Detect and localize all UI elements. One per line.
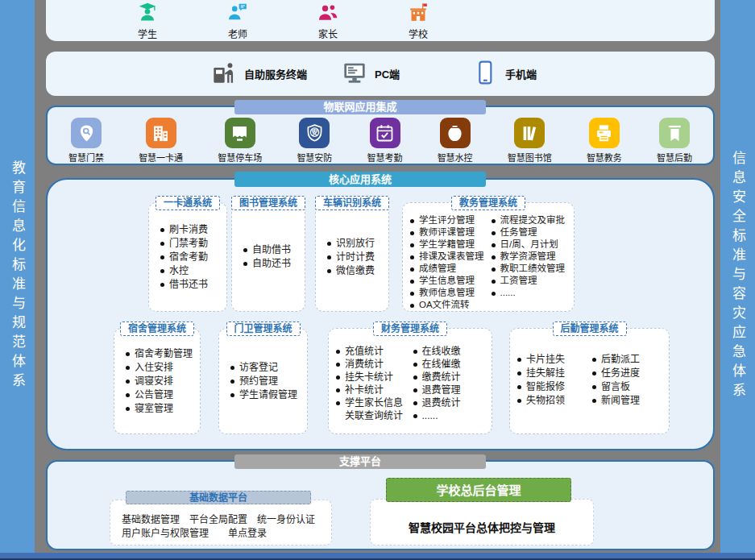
list-item: 流程提交及审批	[491, 214, 570, 226]
list-item: ......	[413, 409, 488, 422]
iot-item-onecard: 智慧一卡通	[139, 118, 183, 164]
list-item: 刷卡消费	[160, 223, 226, 237]
list-item: 消费统计	[335, 358, 411, 371]
user-group-school: 学校	[392, 2, 444, 40]
list-item: 补卡统计	[335, 384, 411, 396]
support-panel-title: 支撑平台	[234, 454, 486, 469]
support-platform-panel: 支撑平台 基础数据平台 基础数据管理 平台全局配置 统一身份认证 用户账户与权限…	[46, 460, 715, 550]
logistics-bookmark-icon	[659, 118, 690, 148]
system-item-list: 充值统计消费统计挂失卡统计补卡统计学生家长信息关联查询统计	[335, 345, 411, 422]
system-box-title: 财务管理系统	[373, 321, 447, 336]
attendance-calendar-icon	[370, 118, 400, 148]
water-control-icon	[440, 118, 471, 148]
list-item: 后勤派工	[591, 353, 665, 367]
iot-item-label: 智慧考勤	[367, 151, 403, 164]
list-item: 退费统计	[413, 396, 488, 409]
list-item: 任务进度	[591, 367, 665, 380]
right-sidebar-banner: 信息安全标准与容灾应急体系	[720, 0, 755, 553]
list-item: 学生请假管理	[230, 388, 307, 402]
list-item: 在线催缴	[413, 358, 488, 371]
system-box-onecard: 一卡通系统 刷卡消费门禁考勤宿舍考勤水控借书还书	[148, 202, 227, 312]
list-item: 预约管理	[230, 375, 307, 388]
security-shield-icon: 安	[299, 118, 330, 148]
student-icon	[137, 2, 158, 26]
system-box-title: 门卫管理系统	[226, 321, 300, 336]
terminal-pc: PC端	[342, 60, 454, 89]
system-box-logistics: 后勤管理系统 卡片挂失挂失解挂智能报修失物招领 后勤派工任务进度留言板新闻管理	[509, 328, 670, 434]
iot-item-logistics: 智慧后勤	[657, 118, 692, 164]
list-item: 工资管理	[491, 275, 570, 287]
system-item-list: 在线收缴在线催缴缴费统计退费管理退费统计......	[413, 345, 488, 422]
list-item: 教师信息管理	[409, 287, 489, 299]
right-sidebar-text: 信息安全标准与容灾应急体系	[728, 151, 748, 402]
list-item: 调寝安排	[125, 375, 200, 388]
iot-item-label: 智慧后勤	[657, 151, 692, 164]
self-service-kiosk-icon	[211, 60, 237, 89]
list-item: 学生家长信息关联查询统计	[335, 396, 411, 422]
left-sidebar-text: 教育信息化标准与规范体系	[7, 160, 27, 392]
system-item-list: 自助借书自助还书	[232, 203, 305, 311]
list-item: 借书还书	[160, 278, 226, 292]
svg-text:安: 安	[311, 128, 317, 136]
list-item: 新闻管理	[591, 394, 665, 408]
iot-item-label: 智慧停车场	[218, 151, 262, 164]
system-box-dormitory: 宿舍管理系统 宿舍考勤管理入住安排调寝安排公告管理寝室管理	[114, 328, 201, 434]
core-row-2: 宿舍管理系统 宿舍考勤管理入住安排调寝安排公告管理寝室管理 门卫管理系统 访客登…	[48, 328, 713, 434]
list-item: 成绩管理	[409, 263, 489, 275]
school-backend-content: 智慧校园平台总体把控与管理	[409, 519, 555, 535]
list-item: 教学资源管理	[491, 251, 570, 263]
iot-item-label: 智慧安防	[297, 151, 332, 164]
system-item-list: 识别放行计时计费微信缴费	[316, 203, 388, 311]
system-item-list: 后勤派工任务进度留言板新闻管理	[591, 353, 665, 408]
user-group-student: 学生	[122, 2, 173, 40]
user-group-label: 老师	[228, 27, 247, 40]
user-group-label: 学生	[138, 27, 157, 40]
school-icon	[408, 2, 429, 26]
list-item: OA文件流转	[409, 299, 489, 311]
list-item: 访客登记	[230, 361, 307, 375]
diagram-main-column: 学生 老师 家长 学校	[46, 0, 715, 550]
parking-icon	[225, 118, 255, 148]
iot-item-attendance: 智慧考勤	[367, 118, 403, 164]
system-item-list: 刷卡消费门禁考勤宿舍考勤水控借书还书	[149, 203, 226, 311]
iot-item-label: 智慧教务	[587, 151, 622, 164]
user-group-teacher: 老师	[212, 2, 263, 40]
core-row-1: 一卡通系统 刷卡消费门禁考勤宿舍考勤水控借书还书 图书管理系统 自助借书自助还书…	[48, 202, 713, 312]
list-item: 学生学籍管理	[409, 239, 489, 251]
system-box-title: 车辆识别系统	[315, 196, 389, 210]
iot-item-parking: 智慧停车场	[218, 118, 262, 164]
system-box-finance: 财务管理系统 充值统计消费统计挂失卡统计补卡统计学生家长信息关联查询统计 在线收…	[328, 328, 492, 434]
system-box-title: 一卡通系统	[156, 196, 220, 210]
list-item: 缴费统计	[413, 371, 488, 384]
iot-item-label: 智慧水控	[438, 151, 473, 164]
smart-campus-architecture-diagram: 教育信息化标准与规范体系 信息安全标准与容灾应急体系 学生 老师	[0, 0, 755, 560]
iot-panel-title: 物联网应用集成	[234, 100, 486, 114]
iot-item-library: 智慧图书馆	[508, 118, 552, 164]
list-item: 微信缴费	[326, 264, 388, 278]
list-item: 学生信息管理	[409, 275, 489, 287]
list-item: 教职工绩效管理	[491, 263, 570, 275]
system-box-title: 宿舍管理系统	[120, 321, 194, 336]
list-item: 任务管理	[491, 226, 570, 239]
user-group-label: 学校	[409, 27, 428, 40]
list-item: 入住安排	[125, 361, 200, 375]
system-item-list: 卡片挂失挂失解挂智能报修失物招领	[516, 353, 590, 408]
terminal-label: 自助服务终端	[244, 66, 307, 81]
system-item-columns: 卡片挂失挂失解挂智能报修失物招领 后勤派工任务进度留言板新闻管理	[510, 329, 669, 408]
user-group-label: 家长	[318, 27, 338, 40]
system-box-vehicle: 车辆识别系统 识别放行计时计费微信缴费	[315, 202, 389, 312]
iot-item-security: 安 智慧安防	[297, 118, 332, 164]
base-platform-line2: 用户账户与权限管理 单点登录	[122, 527, 331, 541]
list-item: 失物招领	[516, 394, 590, 408]
system-item-columns: 学生评分管理教师评课管理学生学籍管理排课及课表管理成绩管理学生信息管理教师信息管…	[403, 203, 574, 311]
list-item: ......	[491, 287, 570, 299]
list-item: 充值统计	[335, 345, 411, 358]
list-item: 智能报修	[516, 380, 590, 394]
list-item: 计时计费	[326, 251, 388, 264]
pc-icon	[342, 60, 367, 89]
phone-icon	[472, 60, 498, 89]
list-item: 水控	[160, 264, 226, 278]
system-box-academic-affairs: 教务管理系统 学生评分管理教师评课管理学生学籍管理排课及课表管理成绩管理学生信息…	[402, 202, 575, 312]
system-box-title: 后勤管理系统	[552, 321, 626, 336]
terminal-label: PC端	[375, 66, 400, 81]
